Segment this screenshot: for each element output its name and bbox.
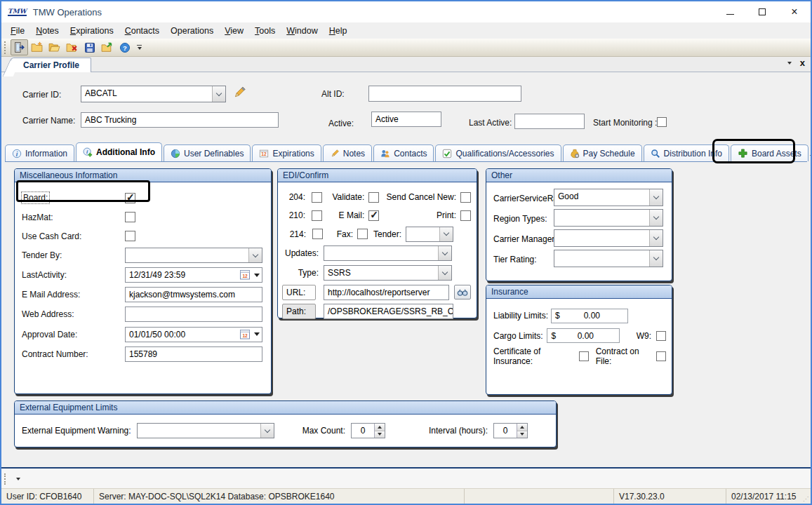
contract-on-file-label: Contract on File: <box>596 346 652 366</box>
url-input[interactable]: http://localhost/reportserver <box>324 285 449 300</box>
214-checkbox[interactable] <box>312 229 323 239</box>
interval-hours-spinner[interactable]: 0 <box>493 423 528 438</box>
dropdown-arrow-icon[interactable] <box>649 250 663 267</box>
cargo-limits-input[interactable]: $ 0.00 <box>547 328 619 343</box>
tier-rating-combo[interactable] <box>554 250 663 267</box>
updates-combo[interactable] <box>324 245 452 261</box>
path-input[interactable]: /OPSBROKERAGE/SSRS_RB_CONFI <box>324 304 453 319</box>
spin-down-button[interactable] <box>517 431 527 438</box>
new-document-button[interactable] <box>28 39 46 55</box>
carrier-id-dropdown-arrow[interactable] <box>212 86 225 102</box>
close-button[interactable]: × <box>778 1 811 22</box>
start-monitoring-checkbox[interactable] <box>657 117 667 127</box>
alt-id-input[interactable] <box>368 86 521 102</box>
dropdown-arrow-icon[interactable] <box>438 266 451 280</box>
menu-help[interactable]: Help <box>324 24 353 38</box>
minimize-button[interactable] <box>714 1 746 22</box>
last-active-input[interactable] <box>514 114 585 129</box>
active-input[interactable]: Active <box>371 112 441 127</box>
help-button[interactable]: ? <box>116 39 133 55</box>
tab-notes[interactable]: Notes <box>323 144 372 161</box>
use-cash-card-checkbox[interactable] <box>125 231 135 241</box>
web-address-input[interactable] <box>125 307 262 322</box>
checkmark-icon <box>442 149 452 159</box>
max-count-spinner[interactable]: 0 <box>351 423 385 438</box>
validate-checkbox[interactable] <box>368 192 379 203</box>
hazmat-checkbox[interactable] <box>125 212 135 222</box>
dropdown-arrow-icon[interactable] <box>649 189 663 206</box>
tender-by-combo[interactable] <box>125 248 262 263</box>
menu-file[interactable]: File <box>5 24 30 38</box>
spin-down-button[interactable] <box>375 431 385 438</box>
menu-notes[interactable]: Notes <box>30 24 65 38</box>
tab-contacts[interactable]: Contacts <box>373 144 434 161</box>
misc-info-panel: Miscellaneous Information Board: HazMat:… <box>14 168 272 394</box>
exit-button[interactable] <box>11 39 28 55</box>
tab-additional-info[interactable]: i Additional Info <box>76 142 162 161</box>
spin-up-button[interactable] <box>517 424 527 431</box>
tab-user-definables[interactable]: User Definables <box>164 144 251 161</box>
204-checkbox[interactable] <box>312 192 322 203</box>
export-button[interactable] <box>98 39 116 55</box>
fax-checkbox[interactable] <box>357 229 368 239</box>
open-button[interactable] <box>46 39 63 55</box>
chevron-down-icon[interactable] <box>254 332 260 336</box>
w9-checkbox[interactable] <box>656 331 666 341</box>
menu-tools[interactable]: Tools <box>249 24 281 38</box>
spin-up-button[interactable] <box>375 424 385 431</box>
email-address-input[interactable]: kjackson@tmwsystems.com <box>125 287 262 302</box>
save-button[interactable] <box>81 39 98 55</box>
menu-contacts[interactable]: Contacts <box>119 24 165 38</box>
close-document-button[interactable]: x <box>800 58 805 67</box>
carrier-service-rating-combo[interactable]: Good <box>554 189 663 206</box>
external-equipment-warning-combo[interactable] <box>137 423 274 438</box>
menu-view[interactable]: View <box>219 24 249 38</box>
send-cancel-new-checkbox[interactable] <box>460 192 471 203</box>
approval-date-picker[interactable]: 01/01/50 00:00 12 <box>125 327 262 342</box>
dropdown-arrow-icon[interactable] <box>649 230 663 246</box>
tab-distribution-info[interactable]: Distribution Info <box>644 144 729 161</box>
tab-pay-schedule[interactable]: Pay Schedule <box>563 144 642 161</box>
dropdown-arrow-icon[interactable] <box>260 424 274 438</box>
210-checkbox[interactable] <box>312 210 322 221</box>
carrier-id-combo[interactable]: ABCATL <box>81 86 226 102</box>
carrier-manager-combo[interactable] <box>554 229 663 247</box>
tender-combo[interactable] <box>406 227 453 242</box>
chevron-down-icon[interactable] <box>254 274 260 277</box>
edi-email-checkbox[interactable] <box>368 210 379 221</box>
contract-on-file-checkbox[interactable] <box>656 351 666 361</box>
toolbar-grip[interactable] <box>4 41 8 54</box>
title-bar: TMW TMW Operations × <box>1 1 811 22</box>
dropdown-arrow-icon[interactable] <box>439 227 453 241</box>
menu-window[interactable]: Window <box>281 24 323 38</box>
delete-button[interactable] <box>63 39 81 55</box>
tab-qualifications-accessories[interactable]: Qualifications/Accessories <box>435 144 561 161</box>
region-types-combo[interactable] <box>554 209 663 227</box>
bottom-toolbar-grip[interactable] <box>4 473 8 485</box>
maximize-button[interactable] <box>746 1 778 22</box>
dropdown-arrow-icon[interactable] <box>438 246 451 260</box>
dropdown-arrow-icon[interactable] <box>649 210 663 226</box>
bottom-toolbar-dropdown[interactable] <box>16 478 20 480</box>
carrier-name-input[interactable]: ABC Trucking <box>81 112 279 128</box>
region-types-label: Region Types: <box>493 214 547 224</box>
tab-information[interactable]: i Information <box>5 144 74 161</box>
resize-grip[interactable]: ⋰ <box>801 489 811 504</box>
type-combo[interactable]: SSRS <box>324 265 452 281</box>
board-checkbox[interactable] <box>125 193 135 203</box>
certificate-of-insurance-checkbox[interactable] <box>579 351 589 361</box>
print-checkbox[interactable] <box>460 210 471 221</box>
menu-operations[interactable]: Operations <box>165 24 219 38</box>
liability-limits-input[interactable]: $ 0.00 <box>551 309 628 323</box>
toolbar-overflow-button[interactable] <box>135 40 144 55</box>
tab-board-assets[interactable]: Board Assets <box>731 144 808 161</box>
menu-expirations[interactable]: Expirations <box>65 24 119 38</box>
tab-expirations[interactable]: 12 Expirations <box>252 144 321 161</box>
document-list-dropdown[interactable] <box>787 62 792 65</box>
contract-number-input[interactable]: 155789 <box>125 346 262 362</box>
last-activity-date-picker[interactable]: 12/31/49 23:59 12 <box>125 267 262 283</box>
browse-button[interactable] <box>454 285 471 299</box>
dropdown-arrow-icon[interactable] <box>248 248 262 262</box>
edit-pencil-button[interactable] <box>232 86 246 102</box>
tab-carrier-profile[interactable]: Carrier Profile <box>10 58 91 72</box>
